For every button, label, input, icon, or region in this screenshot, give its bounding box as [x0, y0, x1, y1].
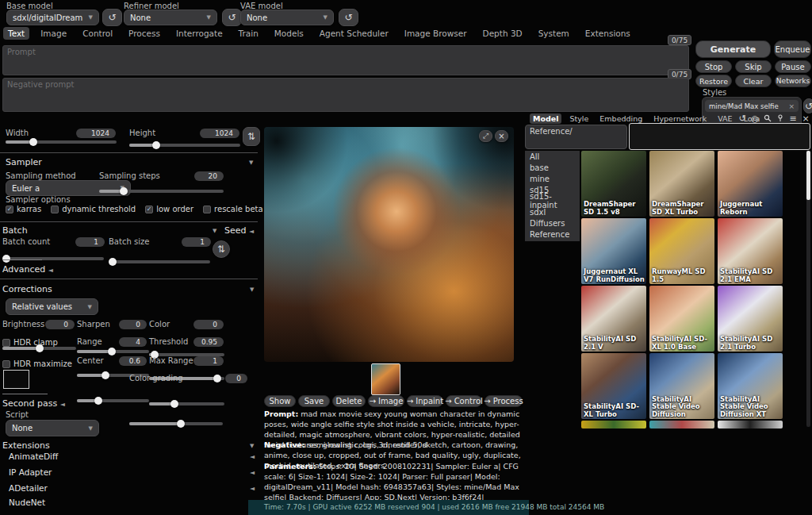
refiner-model-refresh-button[interactable]: ↺: [222, 9, 242, 26]
send-to-image-button[interactable]: →Image: [368, 395, 404, 407]
apply-style-icon[interactable]: ◎: [750, 113, 760, 123]
base-model-select[interactable]: sdxl/digitalDream_v11 [6948 ▼: [6, 10, 99, 25]
extension-nudenet[interactable]: NudeNet: [9, 498, 45, 507]
refiner-model-select[interactable]: None ▼: [124, 10, 217, 25]
prompt-input[interactable]: [2, 45, 689, 75]
folder-base[interactable]: base: [525, 162, 580, 173]
networks-scrollbar[interactable]: [806, 151, 810, 427]
model-card[interactable]: [581, 421, 646, 429]
max-range-slider[interactable]: [149, 402, 224, 405]
collapse-icon[interactable]: ◄: [250, 485, 255, 492]
networks-scrollbar-thumb[interactable]: [806, 151, 810, 200]
model-card[interactable]: DreamShaper SD 1.5 v8: [581, 151, 646, 217]
model-card[interactable]: StabilityAI SD-XL 1.0 Base: [649, 286, 714, 352]
networks-button[interactable]: Networks: [775, 75, 811, 87]
menu-icon[interactable]: ≡: [788, 113, 798, 123]
model-card[interactable]: RunwayML SD 1.5: [649, 218, 714, 284]
show-button[interactable]: Show: [264, 395, 296, 407]
enqueue-button[interactable]: Enqueue: [774, 40, 811, 58]
model-card[interactable]: [718, 421, 783, 429]
collapse-icon[interactable]: ◄: [250, 469, 255, 476]
tab-models[interactable]: Models: [270, 27, 308, 40]
stop-button[interactable]: Stop: [695, 60, 732, 73]
batch-size-slider[interactable]: [109, 260, 210, 263]
folder-mine[interactable]: mine: [525, 173, 580, 184]
close-image-button[interactable]: ×: [495, 130, 508, 142]
tab-process[interactable]: Process: [124, 27, 165, 40]
script-select[interactable]: None ▼: [6, 420, 99, 436]
second-pass-section-title[interactable]: Second pass ◄: [2, 398, 65, 409]
folder-diffusers[interactable]: Diffusers: [525, 217, 580, 229]
search-icon[interactable]: [763, 113, 772, 123]
extension-animatediff[interactable]: AnimateDiff: [9, 452, 58, 461]
folder-sd15-inpaint[interactable]: sd15-inpaint: [525, 195, 580, 206]
networks-search-input[interactable]: [629, 123, 810, 150]
swap-batch-button[interactable]: ⇅: [213, 240, 230, 258]
model-card[interactable]: Juggernaut XL V7 RunDiffusion: [581, 218, 646, 284]
center-slider[interactable]: [77, 399, 149, 402]
color-swatch[interactable]: [3, 370, 29, 389]
tab-image[interactable]: Image: [36, 27, 71, 40]
generate-button[interactable]: Generate: [695, 40, 771, 58]
model-card[interactable]: StabilityAI Stable Video Diffusion: [649, 353, 714, 419]
tab-extensions[interactable]: Extensions: [580, 27, 635, 40]
extension-adetailer[interactable]: ADetailer: [9, 483, 48, 493]
model-card[interactable]: StabilityAI SD-XL Turbo: [581, 353, 646, 419]
width-slider[interactable]: [6, 140, 117, 144]
vae-model-refresh-button[interactable]: ↺: [339, 9, 358, 26]
extensions-section-title[interactable]: Extensions: [2, 440, 50, 451]
networks-tab-model[interactable]: Model: [530, 113, 561, 124]
model-card[interactable]: StabilityAI SD 2.1 V: [581, 286, 646, 352]
seed-section-title[interactable]: Seed ◄: [224, 225, 254, 236]
base-model-refresh-button[interactable]: ↺: [102, 9, 122, 26]
delete-button[interactable]: Delete: [332, 395, 366, 407]
height-slider[interactable]: [129, 144, 240, 147]
tab-agent-scheduler[interactable]: Agent Scheduler: [315, 27, 393, 40]
checkbox-hdr-clamp[interactable]: ✓HDR clamp: [2, 338, 58, 347]
pin-icon[interactable]: [776, 113, 785, 123]
corrections-mode-select[interactable]: Relative values ▼: [6, 298, 98, 315]
tab-image-browser[interactable]: Image Browser: [400, 27, 472, 40]
model-card[interactable]: StabilityAI SD 2.1 EMA: [718, 218, 783, 284]
folder-all[interactable]: All: [525, 151, 580, 162]
model-card[interactable]: StabilityAI SD 2.1 Turbo: [718, 286, 783, 352]
model-card[interactable]: [649, 421, 714, 429]
sharpen-slider[interactable]: [77, 350, 149, 353]
generated-image[interactable]: [264, 127, 514, 362]
color-grading-slider[interactable]: [129, 422, 223, 425]
tab-text[interactable]: Text: [3, 27, 29, 40]
vae-model-select[interactable]: None ▼: [240, 10, 334, 25]
send-to-inpaint-button[interactable]: →Inpaint: [407, 395, 443, 407]
advanced-section-title[interactable]: Advanced ◄: [2, 264, 53, 275]
collapse-icon[interactable]: ◄: [250, 453, 255, 460]
pause-button[interactable]: Pause: [775, 60, 811, 73]
gallery-thumbnail[interactable]: [371, 363, 400, 395]
tab-depth-3d[interactable]: Depth 3D: [478, 27, 527, 40]
save-button[interactable]: Save: [298, 395, 330, 407]
checkbox-low-order[interactable]: ✓low order: [145, 205, 193, 213]
model-card[interactable]: StabilityAI Stable Video Diffusion XT: [718, 353, 783, 419]
networks-tab-style[interactable]: Style: [566, 113, 592, 124]
checkbox-dynamic-threshold[interactable]: ✓dynamic threshold: [51, 205, 136, 213]
reference-path-box[interactable]: Reference/: [525, 125, 627, 149]
tab-control[interactable]: Control: [78, 27, 117, 40]
sampler-section-title[interactable]: Sampler: [6, 157, 42, 167]
batch-section-title[interactable]: Batch: [2, 225, 28, 236]
close-networks-icon[interactable]: ×: [801, 113, 810, 123]
refresh-icon[interactable]: ↺: [737, 113, 747, 123]
brightness-slider[interactable]: [2, 347, 76, 350]
tab-system[interactable]: System: [534, 27, 574, 40]
fullscreen-button[interactable]: ⤢: [479, 130, 492, 142]
model-card[interactable]: Juggernaut Reborn: [718, 151, 783, 217]
checkbox-rescale-beta[interactable]: ✓rescale beta: [203, 205, 263, 213]
tab-interrogate[interactable]: Interrogate: [171, 27, 228, 40]
tab-train[interactable]: Train: [234, 27, 263, 40]
skip-button[interactable]: Skip: [735, 60, 772, 73]
style-token[interactable]: mine/Mad Max selfie ×: [705, 100, 799, 112]
sampling-method-select[interactable]: Euler a ▼: [6, 180, 131, 196]
negative-prompt-input[interactable]: [2, 78, 689, 112]
restore-button[interactable]: Restore: [695, 75, 732, 87]
clear-button[interactable]: Clear: [735, 75, 772, 87]
folder-reference[interactable]: Reference: [525, 229, 580, 240]
checkbox-karras[interactable]: ✓karras: [6, 205, 41, 213]
